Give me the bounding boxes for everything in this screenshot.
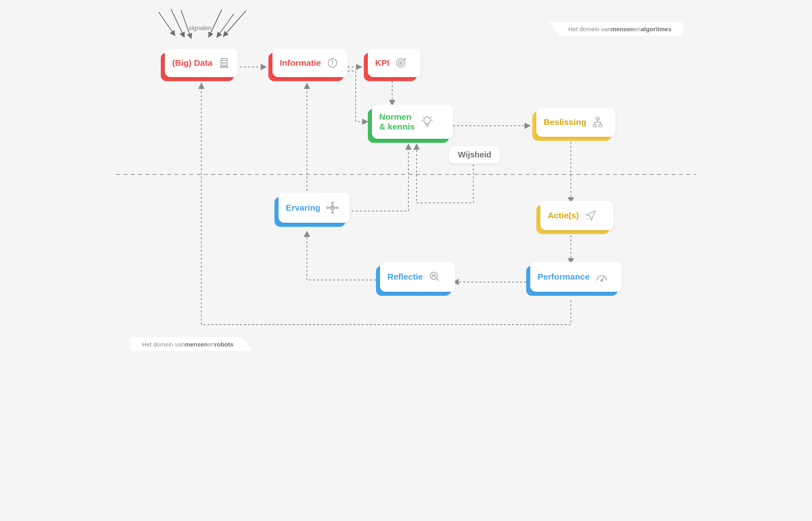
node-ervaring: Ervaring [274, 197, 346, 227]
svg-rect-25 [599, 125, 602, 127]
svg-rect-24 [594, 125, 596, 127]
node-wijsheid: Wijsheid [449, 146, 500, 164]
svg-point-16 [223, 66, 225, 68]
target-icon [395, 57, 406, 69]
domain-top-bold1: mensen [611, 26, 634, 32]
database-icon [218, 57, 230, 69]
diagram-stage: signalen Het domein van mensen en algori… [116, 0, 696, 359]
node-normen-kennis: Normen & kennis [368, 109, 449, 143]
node-informatie: Informatie [268, 53, 343, 81]
node-normen-label: Normen & kennis [379, 112, 415, 131]
network-person-icon [326, 201, 339, 214]
svg-line-5 [223, 11, 246, 37]
gauge-icon [595, 271, 608, 283]
node-beslissing-label: Beslissing [544, 117, 586, 127]
node-performance: Performance [526, 266, 618, 296]
node-beslissing: Beslissing [532, 112, 611, 141]
svg-point-15 [220, 66, 222, 68]
svg-point-19 [332, 60, 333, 61]
node-bigdata: (Big) Data [161, 53, 234, 81]
svg-point-30 [332, 202, 333, 204]
signals-arrows [159, 9, 246, 39]
domain-top-prefix: Het domein van [568, 26, 611, 32]
domain-bottom-bold1: mensen [185, 341, 208, 348]
info-icon [327, 57, 338, 69]
paper-plane-icon [585, 209, 597, 222]
domain-bottom-prefix: Het domein van [142, 341, 185, 348]
node-acties-label: Actie(s) [548, 211, 579, 220]
node-wijsheid-label: Wijsheid [458, 150, 491, 159]
node-ervaring-label: Ervaring [286, 203, 320, 213]
domain-top-mid: en [634, 26, 641, 32]
svg-point-14 [221, 58, 227, 61]
svg-point-32 [327, 207, 328, 209]
domain-bottom-bold2: robots [214, 341, 233, 348]
signals-label: signalen [189, 24, 212, 31]
svg-point-33 [337, 207, 338, 209]
node-reflectie-label: Reflectie [387, 272, 423, 282]
lightbulb-icon [421, 115, 434, 128]
domain-top-bold2: algoritmes [641, 26, 672, 32]
svg-point-22 [400, 62, 402, 64]
flow-icon [592, 116, 603, 128]
svg-line-3 [209, 10, 222, 37]
domain-bottom-mid: en [208, 341, 215, 348]
svg-rect-23 [596, 117, 599, 120]
node-acties: Actie(s) [536, 205, 609, 234]
svg-point-26 [601, 280, 603, 281]
node-performance-label: Performance [538, 272, 590, 282]
svg-point-17 [227, 66, 228, 68]
domain-ribbon-bottom: Het domein van mensen en robots [131, 337, 253, 351]
domain-ribbon-top: Het domein van mensen en algoritmes [549, 22, 683, 36]
node-kpi-label: KPI [375, 58, 389, 68]
node-reflectie: Reflectie [376, 266, 451, 296]
svg-line-0 [159, 12, 175, 36]
node-kpi: KPI [364, 53, 417, 81]
node-informatie-label: Informatie [280, 58, 321, 68]
svg-point-31 [332, 212, 333, 213]
magnifier-person-icon [429, 271, 441, 283]
svg-line-4 [217, 14, 234, 37]
svg-line-1 [171, 9, 184, 37]
node-bigdata-label: (Big) Data [172, 58, 212, 68]
